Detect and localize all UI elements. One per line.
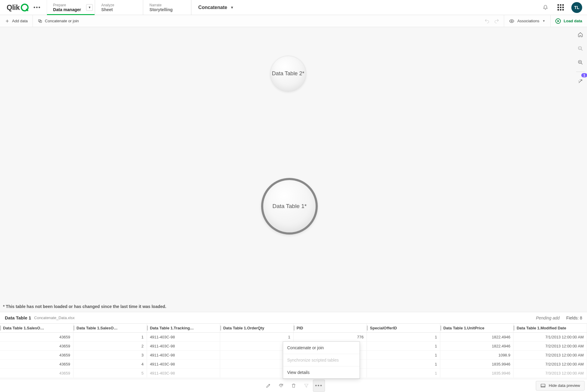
canvas-footnote: * This table has not been loaded or has …	[3, 304, 166, 309]
redo-button[interactable]	[492, 17, 501, 25]
svg-rect-0	[39, 20, 41, 22]
tab-large-label: Sheet	[101, 7, 137, 12]
chevron-down-icon[interactable]: ▼	[86, 4, 93, 11]
table-cell: 4911-403C-98	[147, 369, 220, 378]
zoom-in-button[interactable]	[575, 57, 585, 67]
svg-rect-5	[541, 384, 545, 387]
more-icon: •••	[315, 383, 323, 388]
nav-tab-sheet[interactable]: AnalyzeSheet	[95, 0, 143, 15]
hide-data-preview-button[interactable]: Hide data preview	[536, 381, 585, 390]
more-options-button[interactable]: •••	[33, 3, 41, 12]
plus-icon	[5, 19, 10, 23]
context-menu: Concatenate or joinSynchronize scripted …	[283, 341, 360, 379]
preview-header: Data Table 1 Concatenate_Data.xlsx Pendi…	[0, 312, 587, 323]
table-cell: 2	[73, 342, 147, 351]
qlik-logo[interactable]: Qlik	[7, 3, 29, 12]
preview-file-name: Concatenate_Data.xlsx	[34, 316, 74, 320]
zoom-in-icon	[578, 60, 583, 65]
table-cell: 43659	[0, 360, 73, 369]
table-cell: 1835.9946	[440, 369, 514, 378]
table-cell: 3	[73, 351, 147, 360]
table-cell: 1	[73, 333, 147, 342]
table-cell: 4911-403C-98	[147, 342, 220, 351]
eye-icon	[509, 18, 514, 24]
nav-tab-storytelling[interactable]: NarrateStorytelling	[143, 0, 191, 15]
home-button[interactable]	[575, 30, 585, 40]
column-header[interactable]: Data Table 1.SalesO…	[73, 324, 147, 333]
nav-tabs: PrepareData manager▼AnalyzeSheetNarrateS…	[47, 0, 191, 15]
load-data-button[interactable]: Load data	[551, 15, 587, 27]
bell-icon	[543, 5, 548, 10]
load-data-label: Load data	[564, 19, 582, 23]
more-actions-button[interactable]: •••	[313, 380, 325, 392]
column-header[interactable]: PID	[293, 324, 367, 333]
refresh-icon	[278, 383, 284, 388]
table-cell: 4911-403C-98	[147, 333, 220, 342]
table-cell: 4911-403C-98	[147, 360, 220, 369]
filter-button	[300, 380, 312, 392]
zoom-out-icon	[578, 46, 583, 51]
play-circle-icon	[555, 18, 561, 24]
user-avatar[interactable]: TL	[571, 2, 582, 13]
table-cell: 1098.9	[440, 351, 514, 360]
column-header[interactable]: Data Table 1.SalesO…	[0, 324, 73, 333]
column-header[interactable]: Data Table 1.OrderQty	[220, 324, 294, 333]
delete-button[interactable]	[288, 380, 300, 392]
redo-icon	[494, 18, 499, 24]
app-title-dropdown[interactable]: Concatenate ▼	[191, 0, 240, 15]
table-cell: 43659	[0, 333, 73, 342]
svg-rect-1	[40, 20, 42, 23]
canvas-side-toolbar: 1	[574, 30, 587, 86]
panel-icon	[540, 383, 546, 388]
top-bar-left: Qlik •••	[0, 0, 47, 15]
bubble-label: Data Table 1*	[272, 203, 307, 210]
footer-actions: •••	[262, 380, 325, 392]
trash-icon	[291, 383, 296, 388]
table-cell: 43659	[0, 369, 73, 378]
tab-small-label: Prepare	[53, 3, 89, 7]
notifications-button[interactable]	[541, 3, 550, 12]
edit-button[interactable]	[262, 380, 274, 392]
context-menu-item-view-details[interactable]: View details	[283, 366, 360, 378]
zoom-out-button[interactable]	[575, 43, 585, 54]
table-cell: 1	[367, 333, 440, 342]
nine-dots-icon	[557, 4, 564, 11]
column-header[interactable]: Data Table 1.Tracking…	[147, 324, 220, 333]
svg-point-2	[511, 20, 512, 22]
add-data-button[interactable]: Add data	[0, 15, 33, 27]
table-row[interactable]: 4365914911-403C-98177611822.49467/1/2013…	[0, 333, 587, 342]
undo-button[interactable]	[483, 17, 491, 25]
column-header[interactable]: Data Table 1.UnitPrice	[440, 324, 514, 333]
qlik-q-icon	[21, 4, 29, 11]
column-header[interactable]: SpecialOfferID	[367, 324, 440, 333]
undo-icon	[484, 18, 490, 24]
associations-label: Associations	[517, 19, 539, 23]
add-data-label: Add data	[12, 19, 28, 23]
more-icon: •••	[33, 5, 41, 10]
context-menu-item-concatenate-or-join[interactable]: Concatenate or join	[283, 342, 360, 354]
top-bar: Qlik ••• PrepareData manager▼AnalyzeShee…	[0, 0, 587, 15]
table-bubble-data-table-1[interactable]: Data Table 1*	[261, 178, 318, 235]
associations-canvas[interactable]: Data Table 2* Data Table 1* * This table…	[0, 27, 587, 312]
bubble-label: Data Table 2*	[272, 70, 304, 77]
refresh-button[interactable]	[275, 380, 287, 392]
table-cell: 1	[367, 351, 440, 360]
concatenate-join-button[interactable]: Concatenate or join	[33, 15, 84, 27]
fields-count: Fields: 8	[566, 316, 582, 320]
table-cell: 776	[293, 333, 367, 342]
recommendations-button[interactable]: 1	[575, 76, 585, 86]
table-cell: 1	[367, 342, 440, 351]
preview-status: Pending add	[536, 316, 560, 320]
table-cell: 7/2/2013 12:00:00 AM	[514, 351, 587, 360]
table-cell: 1	[367, 369, 440, 378]
footer-toolbar: ••• Hide data preview Concatenate or joi…	[0, 379, 587, 392]
table-bubble-data-table-2[interactable]: Data Table 2*	[270, 56, 306, 92]
app-title-text: Concatenate	[198, 5, 227, 10]
app-launcher-button[interactable]	[556, 3, 565, 12]
nav-tab-data-manager[interactable]: PrepareData manager▼	[47, 0, 95, 15]
table-cell: 7/1/2013 12:00:00 AM	[514, 333, 587, 342]
column-header[interactable]: Data Table 1.Modified Date	[514, 324, 587, 333]
tab-small-label: Analyze	[101, 3, 137, 7]
associations-dropdown[interactable]: Associations ▼	[504, 15, 551, 27]
home-icon	[578, 32, 583, 37]
